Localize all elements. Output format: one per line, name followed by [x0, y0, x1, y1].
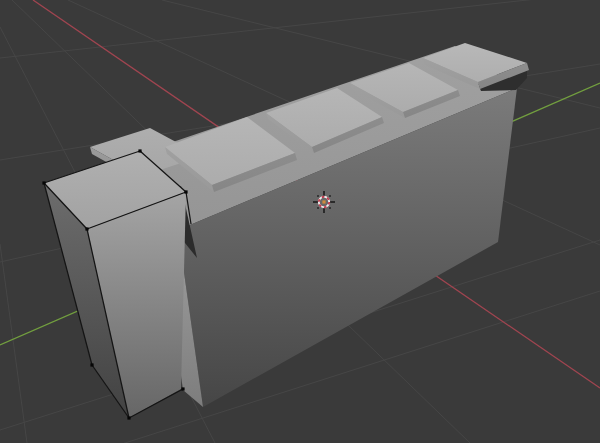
- cursor-center-dot: [322, 200, 325, 203]
- cursor-diagonal-dot: [329, 195, 331, 197]
- viewport-canvas[interactable]: [0, 0, 600, 443]
- edit-vertex[interactable]: [181, 387, 184, 390]
- cursor-diagonal-dot: [329, 207, 331, 209]
- edit-vertex[interactable]: [184, 190, 187, 193]
- edit-vertex[interactable]: [138, 149, 141, 152]
- edit-vertex[interactable]: [42, 181, 45, 184]
- edit-vertex[interactable]: [127, 416, 130, 419]
- cursor-diagonal-dot: [317, 207, 319, 209]
- edit-vertex[interactable]: [90, 363, 93, 366]
- 3d-viewport[interactable]: [0, 0, 600, 443]
- cursor-diagonal-dot: [317, 195, 319, 197]
- edit-vertex[interactable]: [85, 227, 88, 230]
